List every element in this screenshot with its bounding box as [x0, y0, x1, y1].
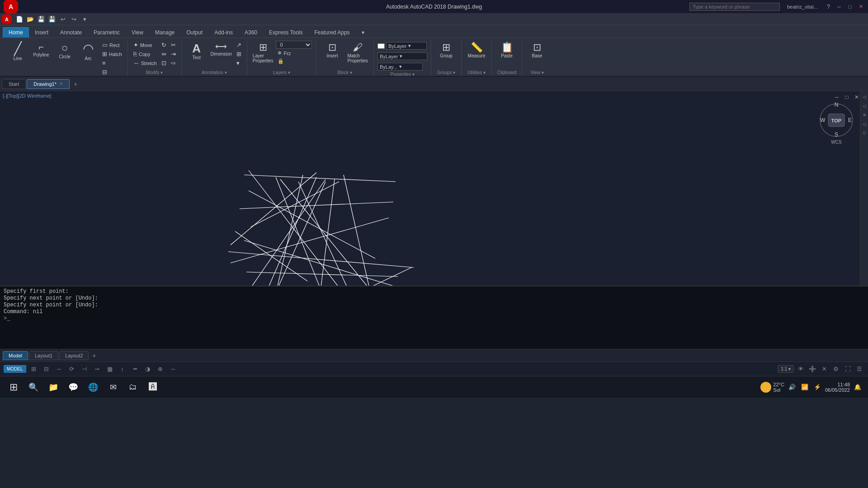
- strip-btn-5[interactable]: ▽: [861, 129, 868, 136]
- taskbar-edge[interactable]: 🌐: [85, 379, 101, 395]
- mirror-tool[interactable]: ⇔: [160, 50, 168, 58]
- search-input[interactable]: [689, 3, 780, 11]
- tab-add-button[interactable]: +: [71, 79, 80, 89]
- tab-annotate[interactable]: Annotate: [54, 27, 88, 38]
- anno-scale-button[interactable]: 1:1 ▾: [778, 365, 794, 373]
- save-button[interactable]: 💾: [36, 14, 46, 24]
- tab-home[interactable]: Home: [3, 27, 29, 38]
- qprops-icon[interactable]: ⊕: [156, 364, 165, 374]
- minimize-button[interactable]: ─: [835, 3, 843, 10]
- boundary-tool[interactable]: ⊟: [100, 68, 124, 76]
- tab-more[interactable]: ▾: [356, 27, 370, 38]
- tab-featured[interactable]: Featured Apps: [309, 27, 356, 38]
- dimension-tool[interactable]: ⟷ Dimension: [209, 41, 234, 58]
- line-tool[interactable]: ╱ Line: [6, 41, 29, 63]
- anno-vis-icon[interactable]: 👁: [796, 364, 806, 374]
- polar-icon[interactable]: ⟳: [67, 364, 77, 374]
- color-dropdown[interactable]: ByLayer ▾: [386, 42, 427, 50]
- model-button[interactable]: MODEL: [4, 365, 26, 373]
- strip-btn-1[interactable]: ◁: [861, 93, 868, 100]
- layout-tab-model[interactable]: Model: [3, 351, 28, 360]
- tab-manage[interactable]: Manage: [149, 27, 180, 38]
- linetype-dropdown[interactable]: ByLayer ▾: [377, 52, 427, 60]
- open-button[interactable]: 📂: [25, 14, 35, 24]
- start-button[interactable]: ⊞: [5, 379, 22, 395]
- maximize-button[interactable]: □: [846, 3, 854, 10]
- hatch-tool[interactable]: ⊞ Hatch: [100, 50, 124, 58]
- redo-button[interactable]: ↪: [69, 14, 79, 24]
- battery-icon[interactable]: ⚡: [812, 382, 822, 392]
- notifications-icon[interactable]: 🔔: [853, 382, 863, 392]
- lineweight-dropdown[interactable]: ByLay... ▾: [377, 63, 423, 70]
- circle-tool[interactable]: ○ Circle: [53, 41, 76, 61]
- help-icon[interactable]: ?: [827, 3, 830, 10]
- dynmode-icon[interactable]: ↕: [118, 364, 127, 374]
- snap-icon[interactable]: ⊟: [42, 364, 52, 374]
- otrack-icon[interactable]: ⊸: [92, 364, 102, 374]
- ducs-icon[interactable]: ▦: [105, 364, 115, 374]
- tab-express[interactable]: Express Tools: [263, 27, 308, 38]
- customization-icon[interactable]: ☰: [854, 364, 864, 374]
- workspace-settings-icon[interactable]: ⚙: [831, 364, 841, 374]
- undo-button[interactable]: ↩: [58, 14, 68, 24]
- rotate-tool[interactable]: ↻: [160, 41, 168, 49]
- ortho-icon[interactable]: ↔: [54, 364, 64, 374]
- new-button[interactable]: 📄: [14, 14, 24, 24]
- base-tool[interactable]: ⊡ Base: [526, 41, 548, 60]
- tab-insert[interactable]: Insert: [29, 27, 54, 38]
- sound-icon[interactable]: 🔊: [787, 382, 797, 392]
- anno-more[interactable]: ▾: [235, 59, 243, 67]
- layout-tab-layout1[interactable]: Layout1: [29, 351, 58, 360]
- taskbar-explorer[interactable]: 📁: [45, 379, 61, 395]
- move-tool[interactable]: ✦ Move: [132, 41, 159, 49]
- trim-tool[interactable]: ✂: [169, 41, 178, 49]
- layout-tab-add[interactable]: +: [90, 351, 99, 360]
- insert-tool[interactable]: ⊡ Insert: [320, 41, 344, 60]
- layer-dropdown[interactable]: 0: [276, 41, 312, 49]
- taskbar-files[interactable]: 🗂: [125, 379, 141, 395]
- saveas-button[interactable]: 💾: [47, 14, 57, 24]
- viewport[interactable]: [-][Top][2D Wireframe] ─ □ ✕: [0, 91, 868, 286]
- rectangle-tool[interactable]: ▭ Rect: [100, 41, 124, 49]
- text-tool[interactable]: A Text: [185, 41, 208, 62]
- tab-a360[interactable]: A360: [239, 27, 263, 38]
- tab-start[interactable]: Start: [2, 79, 26, 89]
- system-clock[interactable]: 11:48 06/05/2022: [825, 382, 850, 393]
- taskbar-search[interactable]: 🔍: [25, 379, 42, 395]
- cmd-input[interactable]: [12, 315, 864, 322]
- group-tool[interactable]: ⊞ Group: [435, 41, 458, 60]
- taskbar-chat[interactable]: 💬: [65, 379, 81, 395]
- measure-tool[interactable]: 📏 Measure: [465, 41, 488, 60]
- transparency-icon[interactable]: ◑: [143, 364, 153, 374]
- network-icon[interactable]: 📶: [800, 382, 810, 392]
- strip-btn-4[interactable]: ◁: [861, 120, 868, 127]
- table-tool[interactable]: ⊞: [235, 50, 243, 58]
- layer-freeze-tool[interactable]: ❄ Frz: [276, 49, 312, 57]
- layout-tab-layout2[interactable]: Layout2: [59, 351, 89, 360]
- tab-addins[interactable]: Add-ins: [208, 27, 239, 38]
- tab-output[interactable]: Output: [180, 27, 208, 38]
- strip-btn-3[interactable]: ✕: [861, 111, 868, 118]
- app-menu-button[interactable]: A: [2, 14, 12, 24]
- stretch-tool[interactable]: ↔ Stretch: [132, 59, 159, 67]
- anno-del-icon[interactable]: ✕: [819, 364, 829, 374]
- layer-lock-tool[interactable]: 🔒: [276, 57, 312, 65]
- anno-add-icon[interactable]: ➕: [807, 364, 817, 374]
- close-button[interactable]: ✕: [857, 3, 864, 10]
- tab-view[interactable]: View: [126, 27, 149, 38]
- selcycling-icon[interactable]: ↔: [168, 364, 178, 374]
- taskbar-autocad[interactable]: 🅰: [145, 379, 161, 395]
- lineweight-icon[interactable]: ━: [130, 364, 140, 374]
- grid-icon[interactable]: ⊞: [29, 364, 39, 374]
- leader-tool[interactable]: ↗: [235, 41, 243, 49]
- snap-mode-icon[interactable]: ⊣: [80, 364, 90, 374]
- offset-tool[interactable]: ⇨: [169, 59, 178, 67]
- taskbar-mail[interactable]: ✉: [105, 379, 121, 395]
- copy-tool[interactable]: ⎘ Copy: [132, 50, 159, 58]
- tab-drawing1[interactable]: Drawing1* ✕: [27, 79, 70, 89]
- gradient-tool[interactable]: ≡: [100, 59, 124, 67]
- arc-tool[interactable]: ◠ Arc: [77, 41, 99, 63]
- layer-properties-tool[interactable]: ⊞ LayerProperties: [251, 41, 275, 65]
- extend-tool[interactable]: ⇥: [169, 50, 178, 58]
- polyline-tool[interactable]: ⌐ Polyline: [30, 41, 52, 59]
